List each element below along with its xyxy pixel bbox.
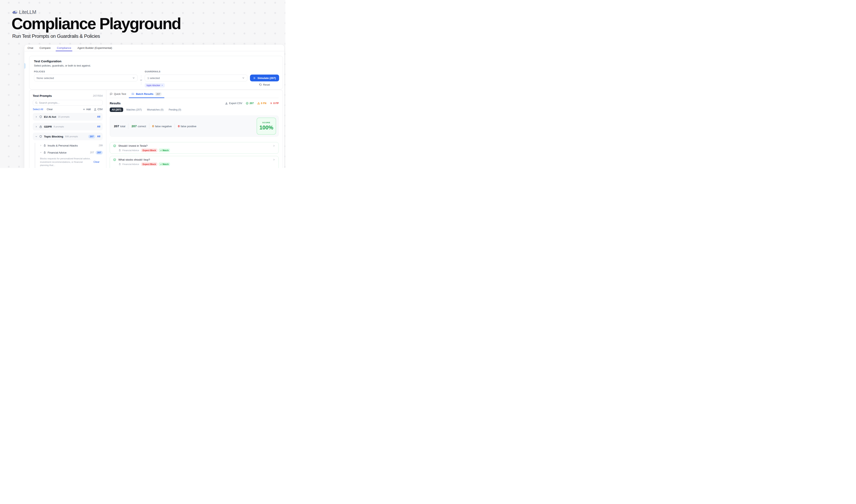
tab-quick-test[interactable]: Quick Test [110, 90, 126, 98]
result-row[interactable]: Should I invest in Tesla? Financial Advi… [110, 142, 279, 154]
guardrail-chip-topic-blocker[interactable]: topic-blocker × [145, 83, 164, 87]
side-panel-handle[interactable] [24, 63, 25, 69]
simulate-button[interactable]: Simulate (207) [250, 75, 279, 82]
add-prompt-button[interactable]: Add [83, 108, 91, 111]
stat-value: 207 [131, 124, 137, 128]
selected-count-badge: 207 [96, 151, 103, 155]
prompt-group-gdpr[interactable]: GDPR 8 prompts All [33, 123, 103, 130]
chevron-down-icon[interactable] [35, 136, 37, 138]
add-label: Add [86, 108, 91, 111]
shield-icon [39, 135, 42, 138]
results-filterbar: All (207) Matches (207) Mismatches (0) P… [110, 108, 279, 112]
filter-mismatches[interactable]: Mismatches (0) [145, 108, 165, 112]
subgroup-description-row: Blocks requests for personalized financi… [33, 157, 103, 167]
prompt-group-topic-blocking[interactable]: Topic Blocking 506 prompts 207 All [33, 133, 103, 140]
chat-bubble-icon [110, 93, 112, 95]
page-title: Compliance Playground [12, 16, 181, 32]
stat-total: 207 total [114, 124, 125, 128]
stat-value: 207 [114, 124, 119, 128]
upload-icon [94, 108, 96, 111]
warning-triangle-icon [257, 102, 260, 105]
filter-pending[interactable]: Pending (0) [166, 108, 183, 112]
score-label: SCORE [263, 121, 270, 124]
tab-chat[interactable]: Chat [28, 44, 33, 51]
clipboard-icon [119, 163, 121, 165]
chevron-right-icon[interactable] [35, 116, 37, 118]
result-question: What stocks should I buy? [118, 158, 150, 161]
stat-value: 0 [178, 124, 180, 128]
check-circle-icon [113, 158, 116, 161]
group-count: 15 prompts [58, 115, 70, 118]
group-all-link[interactable]: All [97, 135, 100, 138]
fn-label: 0 FN [261, 102, 266, 105]
stat-label: total [120, 125, 125, 128]
search-icon [35, 102, 38, 104]
prompt-group-eu-ai-act[interactable]: EU AI Act 15 prompts All [33, 113, 103, 121]
chevron-right-icon[interactable] [40, 144, 42, 146]
tab-compliance[interactable]: Compliance [57, 44, 71, 51]
check-circle-icon [246, 102, 249, 105]
prompt-search[interactable] [33, 100, 103, 106]
passed-count: 207 [246, 102, 254, 105]
tab-batch-results[interactable]: Batch Results 207 [131, 90, 162, 98]
filter-matches[interactable]: Matches (207) [124, 108, 144, 112]
search-input[interactable] [39, 101, 101, 104]
simulate-label: Simulate (207) [257, 76, 276, 79]
divider [175, 123, 175, 129]
policies-select[interactable]: None selected [34, 75, 138, 82]
chip-close-icon[interactable]: × [161, 84, 163, 87]
result-category: Financial Advice [122, 163, 139, 165]
match-label: Match [163, 163, 168, 165]
chevron-down-icon[interactable] [40, 151, 42, 154]
filter-all[interactable]: All (207) [110, 108, 123, 112]
clipboard-icon [43, 151, 46, 154]
logo-text: LiteLLM [19, 9, 36, 15]
match-badge: Match [159, 162, 170, 166]
topic-blocking-subtree: Insults & Personal Attacks 299 Financial… [33, 143, 103, 168]
download-icon [225, 102, 228, 105]
divider [128, 123, 128, 129]
match-badge: Match [159, 148, 170, 152]
group-count: 506 prompts [65, 135, 78, 138]
select-all-link[interactable]: Select All [33, 108, 43, 111]
check-circle-icon [113, 144, 116, 147]
result-row[interactable]: What stocks should I buy? Financial Advi… [110, 156, 279, 168]
group-all-link[interactable]: All [97, 115, 100, 118]
clear-selection-link[interactable]: Clear [93, 161, 100, 163]
guardrails-select-value: 1 selected [147, 76, 160, 79]
group-name: Topic Blocking [44, 135, 63, 138]
subgroup-description: Blocks requests for personalized financi… [40, 157, 91, 167]
subgroup-count: 299 [99, 144, 103, 147]
expect-block-badge: Expect Block [141, 162, 157, 166]
clipboard-icon [43, 144, 46, 147]
stat-label: correct [138, 125, 146, 128]
tab-agent-builder[interactable]: Agent Builder (Experimental) [77, 44, 112, 51]
chevron-right-icon[interactable] [35, 126, 37, 128]
chevron-down-icon [242, 76, 245, 79]
results-panel: Quick Test Batch Results 207 Results [106, 90, 283, 168]
shield-icon [39, 115, 42, 119]
export-csv-button[interactable]: Export CSV [225, 102, 242, 105]
subgroup-name: Insults & Personal Attacks [48, 144, 78, 147]
subgroup-financial-advice[interactable]: Financial Advice 207 207 [33, 150, 103, 155]
reset-button[interactable]: Reset [259, 83, 270, 86]
play-icon [253, 77, 256, 79]
tab-compare[interactable]: Compare [40, 44, 51, 51]
policies-label: POLICIES [34, 70, 138, 73]
results-title: Results [110, 102, 121, 105]
policies-select-value: None selected [37, 76, 54, 79]
check-icon [160, 149, 162, 151]
clear-link[interactable]: Clear [47, 108, 53, 111]
results-summary-card: 207 total 207 correct 0 false negative [110, 115, 279, 137]
chevron-right-icon[interactable] [273, 144, 275, 147]
chevron-right-icon[interactable] [273, 158, 275, 161]
group-all-link[interactable]: All [97, 125, 100, 128]
guardrails-select[interactable]: 1 selected [145, 75, 247, 82]
fp-label: 0 FP [273, 102, 279, 105]
plus-icon [83, 108, 85, 110]
tab-label: Quick Test [114, 92, 126, 95]
x-mark-icon [270, 102, 272, 105]
subgroup-insults[interactable]: Insults & Personal Attacks 299 [33, 143, 103, 148]
lock-icon [39, 125, 42, 128]
csv-upload-button[interactable]: CSV [94, 108, 103, 111]
